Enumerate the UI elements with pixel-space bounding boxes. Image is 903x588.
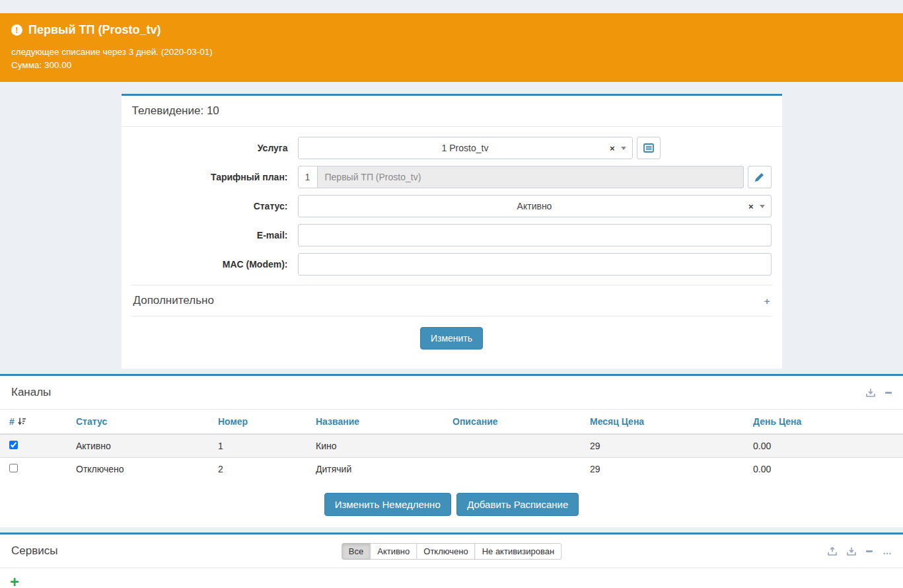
email-field[interactable]: [298, 224, 772, 246]
channel-month-price: 29: [581, 434, 744, 458]
service-select-value: 1 Prosto_tv: [299, 137, 632, 159]
filter-active-button[interactable]: Активно: [370, 543, 417, 560]
channel-day-price: 0.00: [744, 458, 903, 481]
table-row: Отключено 2 Дитячий 29 0.00: [0, 458, 903, 481]
clear-icon[interactable]: ×: [748, 202, 754, 211]
tariff-plan-id: 1: [298, 166, 318, 188]
status-select[interactable]: Активно ×: [298, 195, 772, 217]
export-icon[interactable]: [866, 388, 875, 397]
table-row: Активно 1 Кино 29 0.00: [0, 434, 903, 458]
channel-month-price: 29: [581, 458, 744, 481]
television-panel: Телевидение: 10 Услуга 1 Prosto_tv ×: [122, 94, 782, 369]
television-panel-title: Телевидение: 10: [122, 96, 782, 127]
channel-name: Дитячий: [307, 458, 443, 481]
collapse-icon[interactable]: [885, 392, 892, 394]
amount-text: Сумма: 300.00: [11, 59, 892, 72]
change-immediately-button[interactable]: Изменить Немедленно: [324, 493, 451, 516]
channels-title: Каналы: [11, 386, 51, 399]
service-list-button[interactable]: [637, 137, 661, 159]
more-icon[interactable]: …: [883, 548, 892, 554]
status-select-value: Активно: [299, 196, 771, 217]
channel-day-price: 0.00: [744, 434, 903, 458]
banner-title-row: ! Первый ТП (Prosto_tv): [11, 23, 892, 37]
tariff-plan-label: Тарифный план:: [131, 172, 298, 182]
chevron-down-icon: [760, 205, 765, 208]
import-icon[interactable]: [828, 547, 837, 556]
next-charge-text: следующее списание через 3 дней. (2020-0…: [11, 46, 892, 59]
filter-disabled-button[interactable]: Отключено: [416, 543, 475, 560]
export-icon[interactable]: [847, 547, 856, 556]
chevron-down-icon: [621, 147, 626, 150]
channels-header-name[interactable]: Название: [307, 410, 443, 434]
change-button[interactable]: Изменить: [420, 327, 483, 349]
add-schedule-button[interactable]: Добавить Расписание: [456, 493, 579, 516]
channel-description: [443, 434, 581, 458]
channels-header-description[interactable]: Описание: [443, 410, 581, 434]
additional-section-label: Дополнительно: [133, 294, 214, 307]
collapse-icon[interactable]: [866, 550, 873, 552]
tariff-alert-banner: ! Первый ТП (Prosto_tv) следующее списан…: [0, 13, 903, 82]
channels-header-status[interactable]: Статус: [67, 410, 209, 434]
banner-title: Первый ТП (Prosto_tv): [28, 23, 161, 37]
channel-description: [443, 458, 581, 481]
sort-icon: [18, 418, 26, 425]
pencil-icon: [754, 172, 764, 182]
service-label: Услуга: [131, 143, 298, 153]
service-select[interactable]: 1 Prosto_tv ×: [298, 137, 633, 159]
channel-checkbox[interactable]: [9, 464, 18, 472]
channel-number: 1: [209, 434, 307, 458]
add-service-button[interactable]: +: [10, 576, 19, 588]
exclamation-circle-icon: !: [11, 24, 22, 36]
channel-status: Отключено: [67, 458, 209, 481]
channels-table: # Статус Номер Название Описание Месяц: [0, 410, 903, 480]
channels-header-month-price[interactable]: Месяц Цена: [581, 410, 744, 434]
channel-checkbox[interactable]: [9, 441, 18, 449]
channel-number: 2: [209, 458, 307, 481]
list-alt-icon: [643, 143, 654, 153]
channels-header-number[interactable]: Номер: [209, 410, 307, 434]
filter-not-activated-button[interactable]: Не активизирован: [475, 543, 562, 560]
channels-header-day-price[interactable]: День Цена: [744, 410, 903, 434]
mac-modem-label: MAC (Modem):: [131, 259, 298, 270]
banner-subtitle: следующее списание через 3 дней. (2020-0…: [11, 46, 892, 72]
services-panel: Сервисы Все Активно Отключено Не активиз…: [0, 533, 903, 588]
email-label: E-mail:: [131, 230, 298, 240]
channels-panel: Каналы #: [0, 374, 903, 527]
services-filter-group: Все Активно Отключено Не активизирован: [342, 543, 561, 560]
expand-plus-icon[interactable]: +: [764, 295, 770, 307]
tariff-plan-group: 1 Первый ТП (Prosto_tv): [298, 166, 744, 188]
channel-status: Активно: [67, 434, 209, 458]
mac-modem-field[interactable]: [298, 253, 772, 276]
services-title: Сервисы: [11, 544, 57, 558]
tariff-plan-edit-button[interactable]: [748, 166, 772, 188]
channels-header-select[interactable]: #: [9, 416, 26, 427]
clear-icon[interactable]: ×: [610, 144, 615, 153]
channel-name: Кино: [307, 434, 443, 458]
filter-all-button[interactable]: Все: [342, 543, 371, 560]
tariff-plan-value: Первый ТП (Prosto_tv): [318, 166, 744, 188]
status-label: Статус:: [131, 201, 298, 211]
additional-section-toggle[interactable]: Дополнительно +: [131, 285, 772, 316]
television-form: Услуга 1 Prosto_tv ×: [122, 127, 782, 369]
